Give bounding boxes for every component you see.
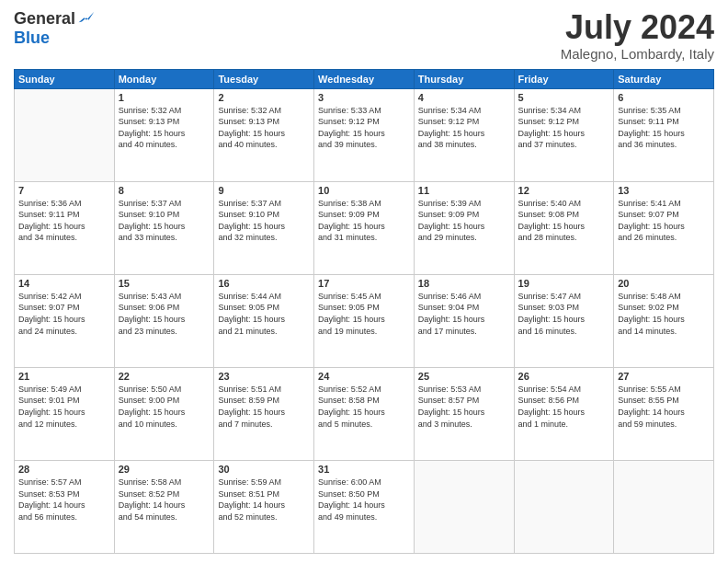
day-number: 12 [518,185,610,196]
logo-blue: Blue [14,29,50,48]
day-number: 1 [119,92,210,103]
day-number: 15 [119,278,210,289]
calendar-cell: 2Sunrise: 5:32 AM Sunset: 9:13 PM Daylig… [214,88,314,181]
day-info: Sunrise: 5:44 AM Sunset: 9:05 PM Dayligh… [218,291,310,337]
day-info: Sunrise: 5:36 AM Sunset: 9:11 PM Dayligh… [18,198,110,244]
day-number: 16 [218,278,310,289]
day-number: 10 [318,185,410,196]
day-info: Sunrise: 6:00 AM Sunset: 8:50 PM Dayligh… [318,477,410,523]
calendar-cell: 18Sunrise: 5:46 AM Sunset: 9:04 PM Dayli… [414,274,514,367]
day-number: 5 [518,92,610,103]
day-info: Sunrise: 5:47 AM Sunset: 9:03 PM Dayligh… [518,291,610,337]
day-info: Sunrise: 5:49 AM Sunset: 9:01 PM Dayligh… [18,384,110,430]
day-number: 3 [318,92,410,103]
calendar-cell: 24Sunrise: 5:52 AM Sunset: 8:58 PM Dayli… [314,367,415,460]
day-info: Sunrise: 5:54 AM Sunset: 8:56 PM Dayligh… [518,384,610,430]
calendar-cell: 6Sunrise: 5:35 AM Sunset: 9:11 PM Daylig… [614,88,714,181]
day-number: 2 [218,92,310,103]
calendar-cell: 26Sunrise: 5:54 AM Sunset: 8:56 PM Dayli… [514,367,614,460]
calendar-week-row: 7Sunrise: 5:36 AM Sunset: 9:11 PM Daylig… [15,181,714,274]
page: General Blue July 2024 Malegno, Lombardy… [0,0,728,563]
weekday-header-friday: Friday [514,69,614,88]
day-number: 29 [119,464,210,475]
calendar-cell: 9Sunrise: 5:37 AM Sunset: 9:10 PM Daylig… [214,181,314,274]
day-number: 22 [119,371,210,382]
location-title: Malegno, Lombardy, Italy [561,46,714,62]
day-info: Sunrise: 5:32 AM Sunset: 9:13 PM Dayligh… [119,105,210,151]
day-info: Sunrise: 5:34 AM Sunset: 9:12 PM Dayligh… [418,105,510,151]
day-info: Sunrise: 5:34 AM Sunset: 9:12 PM Dayligh… [518,105,610,151]
day-number: 14 [18,278,110,289]
day-number: 30 [218,464,310,475]
calendar-cell: 4Sunrise: 5:34 AM Sunset: 9:12 PM Daylig… [414,88,514,181]
weekday-header-monday: Monday [114,69,214,88]
day-info: Sunrise: 5:35 AM Sunset: 9:11 PM Dayligh… [618,105,710,151]
day-info: Sunrise: 5:38 AM Sunset: 9:09 PM Dayligh… [318,198,410,244]
calendar-cell: 27Sunrise: 5:55 AM Sunset: 8:55 PM Dayli… [614,367,714,460]
calendar-cell [514,460,614,553]
calendar-week-row: 14Sunrise: 5:42 AM Sunset: 9:07 PM Dayli… [15,274,714,367]
day-number: 28 [18,464,110,475]
calendar-cell: 3Sunrise: 5:33 AM Sunset: 9:12 PM Daylig… [314,88,415,181]
calendar-week-row: 1Sunrise: 5:32 AM Sunset: 9:13 PM Daylig… [15,88,714,181]
calendar-cell: 29Sunrise: 5:58 AM Sunset: 8:52 PM Dayli… [114,460,214,553]
day-info: Sunrise: 5:58 AM Sunset: 8:52 PM Dayligh… [119,477,210,523]
calendar-cell: 1Sunrise: 5:32 AM Sunset: 9:13 PM Daylig… [114,88,214,181]
calendar-cell: 16Sunrise: 5:44 AM Sunset: 9:05 PM Dayli… [214,274,314,367]
calendar-week-row: 21Sunrise: 5:49 AM Sunset: 9:01 PM Dayli… [15,367,714,460]
calendar-cell: 12Sunrise: 5:40 AM Sunset: 9:08 PM Dayli… [514,181,614,274]
day-info: Sunrise: 5:53 AM Sunset: 8:57 PM Dayligh… [418,384,510,430]
logo-bird-icon [77,10,96,29]
calendar-cell: 21Sunrise: 5:49 AM Sunset: 9:01 PM Dayli… [15,367,115,460]
day-number: 23 [218,371,310,382]
day-info: Sunrise: 5:32 AM Sunset: 9:13 PM Dayligh… [218,105,310,151]
calendar-week-row: 28Sunrise: 5:57 AM Sunset: 8:53 PM Dayli… [15,460,714,553]
weekday-header-wednesday: Wednesday [314,69,415,88]
day-info: Sunrise: 5:37 AM Sunset: 9:10 PM Dayligh… [218,198,310,244]
day-info: Sunrise: 5:52 AM Sunset: 8:58 PM Dayligh… [318,384,410,430]
calendar-cell: 11Sunrise: 5:39 AM Sunset: 9:09 PM Dayli… [414,181,514,274]
day-info: Sunrise: 5:59 AM Sunset: 8:51 PM Dayligh… [218,477,310,523]
day-number: 4 [418,92,510,103]
day-info: Sunrise: 5:45 AM Sunset: 9:05 PM Dayligh… [318,291,410,337]
calendar-cell: 17Sunrise: 5:45 AM Sunset: 9:05 PM Dayli… [314,274,415,367]
day-info: Sunrise: 5:33 AM Sunset: 9:12 PM Dayligh… [318,105,410,151]
calendar-cell: 14Sunrise: 5:42 AM Sunset: 9:07 PM Dayli… [15,274,115,367]
day-number: 26 [518,371,610,382]
day-info: Sunrise: 5:50 AM Sunset: 9:00 PM Dayligh… [119,384,210,430]
calendar-table: SundayMondayTuesdayWednesdayThursdayFrid… [14,69,714,554]
day-number: 18 [418,278,510,289]
day-info: Sunrise: 5:51 AM Sunset: 8:59 PM Dayligh… [218,384,310,430]
day-number: 20 [618,278,710,289]
weekday-header-saturday: Saturday [614,69,714,88]
calendar-cell: 20Sunrise: 5:48 AM Sunset: 9:02 PM Dayli… [614,274,714,367]
calendar-cell: 19Sunrise: 5:47 AM Sunset: 9:03 PM Dayli… [514,274,614,367]
calendar-cell: 5Sunrise: 5:34 AM Sunset: 9:12 PM Daylig… [514,88,614,181]
day-number: 13 [618,185,710,196]
weekday-header-sunday: Sunday [15,69,115,88]
day-number: 27 [618,371,710,382]
weekday-header-tuesday: Tuesday [214,69,314,88]
day-number: 19 [518,278,610,289]
weekday-header-thursday: Thursday [414,69,514,88]
day-info: Sunrise: 5:57 AM Sunset: 8:53 PM Dayligh… [18,477,110,523]
calendar-cell [15,88,115,181]
day-number: 24 [318,371,410,382]
day-info: Sunrise: 5:46 AM Sunset: 9:04 PM Dayligh… [418,291,510,337]
day-number: 9 [218,185,310,196]
calendar-cell: 31Sunrise: 6:00 AM Sunset: 8:50 PM Dayli… [314,460,415,553]
day-info: Sunrise: 5:43 AM Sunset: 9:06 PM Dayligh… [119,291,210,337]
day-number: 11 [418,185,510,196]
day-number: 31 [318,464,410,475]
calendar-cell: 28Sunrise: 5:57 AM Sunset: 8:53 PM Dayli… [15,460,115,553]
weekday-header-row: SundayMondayTuesdayWednesdayThursdayFrid… [15,69,714,88]
calendar-cell: 15Sunrise: 5:43 AM Sunset: 9:06 PM Dayli… [114,274,214,367]
header: General Blue July 2024 Malegno, Lombardy… [14,9,714,62]
calendar-cell [614,460,714,553]
day-number: 21 [18,371,110,382]
calendar-cell: 25Sunrise: 5:53 AM Sunset: 8:57 PM Dayli… [414,367,514,460]
day-info: Sunrise: 5:40 AM Sunset: 9:08 PM Dayligh… [518,198,610,244]
day-number: 7 [18,185,110,196]
day-number: 17 [318,278,410,289]
day-info: Sunrise: 5:39 AM Sunset: 9:09 PM Dayligh… [418,198,510,244]
